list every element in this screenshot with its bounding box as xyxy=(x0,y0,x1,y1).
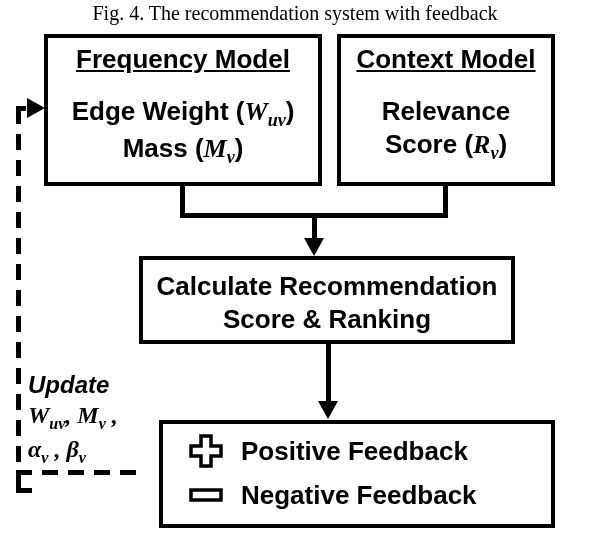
sub-v: v xyxy=(99,415,106,432)
connector-line xyxy=(443,186,448,216)
arrow-right-icon xyxy=(27,98,45,118)
context-model-title: Context Model xyxy=(341,44,551,75)
sub-v: v xyxy=(227,147,235,167)
arrow-down-icon xyxy=(304,238,324,256)
feedback-box: Positive Feedback Negative Feedback xyxy=(159,420,555,528)
text: Relevance xyxy=(382,96,511,126)
text: Edge Weight ( xyxy=(72,96,245,126)
connector-line xyxy=(312,213,317,239)
text: Calculate Recommendation xyxy=(157,271,498,301)
svg-rect-0 xyxy=(191,490,221,500)
text: ) xyxy=(286,96,295,126)
context-model-body: Relevance Score (Rv) xyxy=(341,95,551,164)
text: ) xyxy=(235,133,244,163)
var-m: M xyxy=(77,402,98,428)
dashed-connector xyxy=(16,470,166,475)
negative-feedback-label: Negative Feedback xyxy=(241,480,477,511)
text: Score & Ranking xyxy=(223,304,431,334)
calculate-box: Calculate Recommendation Score & Ranking xyxy=(139,256,515,344)
negative-feedback-row: Negative Feedback xyxy=(163,478,551,512)
calculate-body: Calculate Recommendation Score & Ranking xyxy=(143,260,511,345)
arrow-down-icon xyxy=(318,401,338,419)
update-label: Update Wuv, Mv , αv , βv xyxy=(28,370,118,468)
var-w: W xyxy=(28,402,49,428)
frequency-model-box: Frequency Model Edge Weight (Wuv) Mass (… xyxy=(44,34,322,186)
text: Update xyxy=(28,371,109,398)
context-model-box: Context Model Relevance Score (Rv) xyxy=(337,34,555,186)
sub-uv: uv xyxy=(49,415,65,432)
connector-line xyxy=(180,186,185,216)
figure-caption: Fig. 4. The recommendation system with f… xyxy=(0,2,590,25)
var-alpha: α xyxy=(28,436,41,462)
diagram-canvas: Fig. 4. The recommendation system with f… xyxy=(0,0,590,546)
var-m: M xyxy=(204,134,227,163)
var-w: W xyxy=(245,97,268,126)
plus-icon xyxy=(189,434,223,468)
frequency-model-title: Frequency Model xyxy=(48,44,318,75)
frequency-model-body: Edge Weight (Wuv) Mass (Mv) xyxy=(48,95,318,168)
sub-v: v xyxy=(79,449,86,466)
minus-icon xyxy=(189,478,223,512)
dashed-connector xyxy=(16,108,21,480)
connector-line xyxy=(326,344,331,402)
text: Mass ( xyxy=(123,133,204,163)
sub-uv: uv xyxy=(268,110,286,130)
positive-feedback-label: Positive Feedback xyxy=(241,436,468,467)
text: Score ( xyxy=(385,129,473,159)
var-beta: β xyxy=(66,436,78,462)
var-r: R xyxy=(473,130,490,159)
text: ) xyxy=(498,129,507,159)
positive-feedback-row: Positive Feedback xyxy=(163,434,551,468)
